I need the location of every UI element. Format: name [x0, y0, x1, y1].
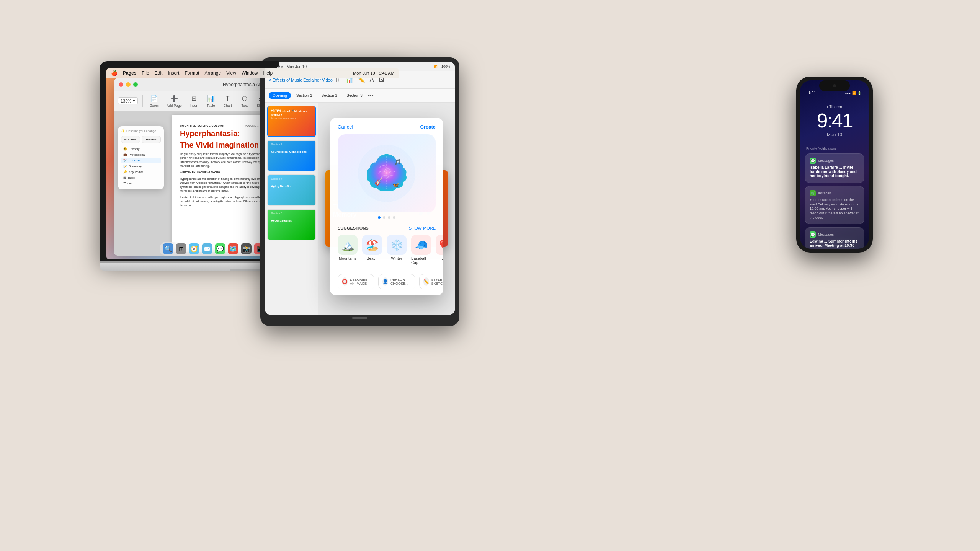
toolbar-insert[interactable]: ➕ Add Page [164, 93, 184, 109]
menu-file[interactable]: File [142, 70, 149, 76]
keynote-canvas[interactable]: A cognitive look at sound The Effects of… [318, 103, 455, 315]
suggestion-baseball-cap[interactable]: 🧢 Baseball Cap [411, 235, 431, 265]
iphone-location: • Tiburon [800, 105, 869, 109]
toolbar-table[interactable]: ⊞ Insert [187, 93, 201, 109]
slide-thumb-opening[interactable]: Opening The Effects of 🎵Music on Memory … [267, 106, 316, 137]
menu-arrange[interactable]: Arrange [204, 70, 221, 76]
butterfly-emoji: 🦋 [392, 182, 399, 188]
notification-messages-2[interactable]: 💬 Messages Edwina ... Summer interns arr… [805, 227, 864, 249]
ai-list-list[interactable]: ☰ List [121, 181, 161, 186]
beach-label: Beach [367, 256, 377, 261]
describe-image-option[interactable]: ⭕ DESCRIBE AN IMAGE [338, 274, 374, 289]
dock-messages[interactable]: 💬 [215, 243, 225, 254]
suggestion-love[interactable]: ❤️ Love [436, 235, 443, 265]
minimize-button[interactable] [126, 82, 131, 87]
menu-window[interactable]: Window [242, 70, 258, 76]
dock-photos[interactable]: 📸 [241, 243, 252, 254]
ai-list-table[interactable]: ⊞ Table [121, 175, 161, 181]
suggestion-beach[interactable]: 🏖️ Beach [362, 235, 382, 265]
scene: 🍎 Pages File Edit Insert Format Arrange … [69, 46, 911, 505]
sketch-option[interactable]: ✏️ STYLE SKETCH [419, 274, 443, 289]
person-option[interactable]: 👤 PERSON CHOOSE... [378, 274, 415, 289]
toolbar-add-page[interactable]: 📄 Zoom [147, 93, 161, 109]
dot-2[interactable] [383, 216, 385, 219]
iphone-date-display: Mon 10 [800, 132, 869, 137]
toolbar-text-label: Chart [224, 104, 232, 108]
keypoints-icon: 🔑 [123, 170, 127, 174]
sparkle-icon: ✨ [121, 129, 125, 133]
toolbar-text[interactable]: T Chart [221, 93, 235, 109]
show-more-button[interactable]: SHOW MORE [409, 226, 436, 230]
suggestion-mountains[interactable]: 🏔️ Mountains [338, 235, 358, 265]
suggestion-winter[interactable]: ❄️ Winter [387, 235, 407, 265]
tab-opening[interactable]: Opening [269, 92, 291, 99]
menu-pages[interactable]: Pages [123, 70, 136, 76]
shape-icon: ⬡ [240, 95, 249, 103]
list-icon: ☰ [123, 182, 126, 185]
iphone-status-right: ●●● 📶 🔋 [845, 91, 862, 95]
ipad-statusbar-right: 📶 100% [434, 65, 450, 68]
rewrite-button[interactable]: Rewrite [142, 136, 161, 143]
close-button[interactable] [119, 82, 123, 87]
dot-3[interactable] [388, 216, 390, 219]
menu-view[interactable]: View [226, 70, 236, 76]
slide-section4-label: Section 4 [271, 178, 282, 180]
notification-messages-1[interactable]: 💬 Messages Isabella Lararre ... Invite f… [805, 153, 864, 183]
chart-icon: 📊 [207, 95, 215, 103]
zoom-control[interactable]: 133% ▾ [118, 97, 138, 104]
ai-writing-panel: ✨ Describe your change Proofread Rewrite [118, 126, 164, 189]
slide-thumb-section1[interactable]: Section 1 Neurological Connections [267, 140, 316, 171]
modal-cancel-button[interactable]: Cancel [338, 124, 353, 130]
doc-author: WRITTEN BY: XIAOMENG ZHONG [180, 171, 272, 174]
dock-launchpad[interactable]: ⊞ [176, 243, 186, 254]
ai-list-summary[interactable]: 📝 Summary [121, 163, 161, 169]
menu-insert[interactable]: Insert [168, 70, 179, 76]
dock-finder[interactable]: 🔍 [163, 243, 173, 254]
tab-section2[interactable]: Section 2 [318, 92, 341, 99]
winter-label: Winter [391, 256, 402, 261]
dot-1[interactable] [378, 216, 381, 219]
dock-mail[interactable]: ✉️ [202, 243, 212, 254]
notif-app-name-1: Messages [818, 159, 834, 163]
love-icon: ❤️ [436, 235, 443, 255]
keynote-back-button[interactable]: < Effects of Music Explainer Video [269, 78, 333, 82]
doc-intro-text: Do you easily conjure up mental imagery?… [180, 152, 272, 168]
menu-help[interactable]: Help [263, 70, 273, 76]
ai-list-friendly[interactable]: 😊 Friendly [121, 146, 161, 152]
baseball-cap-icon: 🧢 [411, 235, 431, 255]
tab-section1[interactable]: Section 1 [292, 92, 316, 99]
ai-list-professional[interactable]: 💼 Professional [121, 152, 161, 158]
battery-indicator: 100% [441, 65, 450, 68]
proofread-button[interactable]: Proofread [121, 136, 140, 143]
more-sections-icon[interactable]: ••• [368, 93, 374, 99]
slide-section5-title: Recent Studies [271, 219, 312, 222]
toolbar-shape[interactable]: ⬡ Text [238, 93, 252, 109]
dock-safari[interactable]: 🧭 [189, 243, 199, 254]
mountains-label: Mountains [339, 256, 356, 261]
slide-thumb-section5[interactable]: Section 5 Recent Studies [267, 209, 316, 240]
notif-app-name-3: Messages [818, 233, 834, 236]
toolbar-chart[interactable]: 📊 Table [204, 93, 218, 109]
dock-maps[interactable]: 🗺️ [228, 243, 238, 254]
ai-list-concise[interactable]: ✂️ Concise [121, 158, 161, 163]
notif-header-1: 💬 Messages [810, 158, 859, 164]
ipad-screen: 9:41 AM Mon Jun 10 📶 100% < Effects of M… [265, 62, 455, 315]
notification-instacart[interactable]: 🛒 Instacart Your Instacart order is on t… [805, 186, 864, 224]
modal-create-button[interactable]: Create [420, 124, 436, 130]
iphone-clock: • Tiburon 9:41 Mon 10 [800, 97, 869, 143]
mac-menubar-items: 🍎 Pages File Edit Insert Format Arrange … [111, 70, 273, 76]
describe-icon: ⭕ [342, 277, 348, 286]
person-icon: 👤 [382, 277, 388, 286]
ai-list-keypoints[interactable]: 🔑 Key Points [121, 169, 161, 175]
slide-thumb-section4[interactable]: Section 4 Aging Benefits [267, 174, 316, 206]
notif-header-2: 🛒 Instacart [810, 190, 859, 196]
dot-4[interactable] [393, 216, 395, 219]
menu-format[interactable]: Format [185, 70, 199, 76]
guitar-emoji: 🎸 [374, 178, 383, 186]
ipad-home-indicator [352, 317, 368, 319]
zoom-button[interactable] [133, 82, 138, 87]
menu-edit[interactable]: Edit [155, 70, 163, 76]
slide-opening-subtitle: A cognitive look at sound [271, 117, 312, 119]
tab-section3[interactable]: Section 3 [343, 92, 366, 99]
slide-opening-label: Opening [271, 109, 281, 111]
